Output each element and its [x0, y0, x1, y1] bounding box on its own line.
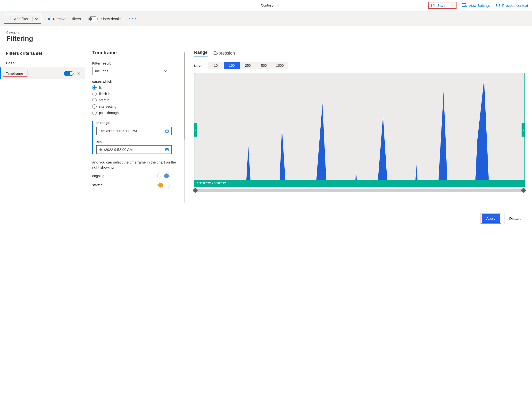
divider: [448, 3, 448, 8]
plus-icon: [8, 17, 12, 21]
process-context-button[interactable]: Process context: [496, 3, 528, 8]
remove-all-filters-button[interactable]: Remove all filters: [46, 16, 82, 22]
add-filter-dropdown[interactable]: [35, 17, 38, 21]
check-icon: ✓: [158, 174, 163, 178]
radio-label: start in: [99, 98, 109, 102]
show-details-toggle[interactable]: [88, 16, 98, 21]
radio-finish-in[interactable]: finish in: [92, 92, 179, 96]
process-context-label: Process context: [502, 3, 528, 8]
cube-icon: [496, 3, 500, 8]
more-actions-button[interactable]: • • •: [127, 17, 138, 21]
started-toggle[interactable]: ✕: [157, 182, 170, 188]
discard-button[interactable]: Discard: [505, 213, 526, 224]
and-label: and: [96, 139, 179, 143]
level-segmented: 101002505001000: [208, 62, 288, 69]
show-details-label: Show details: [101, 17, 121, 21]
toggle-knob: [164, 173, 169, 178]
tab-range[interactable]: Range: [194, 50, 208, 57]
calendar-icon: [165, 129, 169, 133]
config-title: Timeframe: [92, 50, 179, 56]
radio-label: finish in: [99, 92, 110, 96]
date-start-input[interactable]: 1/21/2022 11:29:00 PM: [96, 127, 172, 135]
chart-range-label: 1/21/2022 - 4/1/2022: [194, 180, 524, 187]
radio-fit-in[interactable]: fit in: [92, 85, 179, 90]
level-option-1000[interactable]: 1000: [272, 62, 288, 69]
radio-pass-through[interactable]: pass through: [92, 111, 179, 115]
close-icon: [47, 17, 51, 21]
svg-rect-2: [166, 130, 168, 132]
main-content: Filters criteria set Case Timeframe Time…: [0, 45, 532, 210]
started-label: started: [92, 183, 103, 187]
range-handle-right[interactable]: ◂: [522, 123, 525, 137]
show-details-toggle-group: Show details: [87, 16, 123, 22]
save-label: Save: [437, 3, 445, 8]
timeline-chart[interactable]: ▸ ◂ 1/21/2022 - 4/1/2022: [194, 73, 525, 187]
level-selector: Level 101002505001000: [194, 62, 525, 69]
filter-item-label: Timeframe: [3, 70, 27, 77]
scrollbar[interactable]: [184, 52, 185, 203]
category-label: Category: [6, 31, 526, 34]
radio-label: pass through: [99, 111, 119, 115]
filter-item-timeframe[interactable]: Timeframe: [0, 67, 85, 79]
filters-sidebar: Filters criteria set Case Timeframe: [0, 45, 85, 210]
ongoing-label: ongoing: [92, 174, 104, 178]
calendar-icon: [165, 148, 169, 152]
filter-group-label: Case: [0, 61, 85, 67]
chart-tabs: Range Expression: [194, 50, 525, 57]
level-option-10[interactable]: 10: [208, 62, 224, 69]
chart-area: [194, 73, 524, 187]
apply-button[interactable]: Apply: [482, 214, 500, 223]
add-filter-label: Add filter: [14, 17, 28, 21]
range-handle-left[interactable]: ▸: [194, 123, 197, 137]
helper-text: and you can select the timeframe in the …: [92, 160, 179, 170]
level-option-100[interactable]: 100: [224, 62, 240, 69]
chart-panel: Range Expression Level 101002505001000 ▸…: [187, 45, 532, 210]
view-settings-label: View Settings: [469, 3, 491, 8]
level-option-250[interactable]: 250: [240, 62, 256, 69]
apply-highlight: Apply: [481, 213, 501, 224]
sidebar-title: Filters criteria set: [0, 51, 85, 61]
radio-icon: [92, 92, 97, 96]
ongoing-toggle[interactable]: ✓: [157, 173, 170, 179]
view-settings-icon: [462, 3, 467, 8]
radio-icon: [92, 104, 97, 109]
tab-expression[interactable]: Expression: [213, 51, 235, 57]
add-filter-group: Add filter: [4, 14, 41, 24]
chart-wrapper: ▸ ◂ 1/21/2022 - 4/1/2022: [194, 73, 525, 192]
toggle-knob: [158, 183, 163, 188]
range-slider[interactable]: [194, 189, 525, 192]
filter-result-value: Includes: [95, 69, 108, 73]
date-end-input[interactable]: 4/1/2022 9:58:00 AM: [96, 145, 172, 154]
save-button[interactable]: Save: [431, 3, 445, 8]
page-title: Filtering: [6, 35, 526, 42]
radio-label: fit in: [99, 86, 105, 90]
view-settings-button[interactable]: View Settings: [462, 3, 491, 8]
ongoing-row: ongoing ✓: [92, 173, 170, 179]
remove-all-label: Remove all filters: [53, 17, 81, 21]
add-filter-button[interactable]: Add filter: [7, 16, 30, 22]
filter-toolbar: Add filter Remove all filters Show detai…: [0, 11, 532, 26]
filter-result-select[interactable]: Includes: [92, 67, 170, 75]
radio-start-in[interactable]: start in: [92, 98, 179, 102]
radio-intersecting[interactable]: intersecting: [92, 104, 179, 109]
divider: [32, 16, 33, 21]
filter-config-panel: Timeframe Filter result Includes cases w…: [85, 45, 187, 210]
chevron-down-icon: [164, 69, 167, 73]
save-icon: [431, 3, 435, 8]
save-button-group: Save: [428, 2, 456, 9]
in-range-label: in range: [96, 121, 179, 125]
filter-enabled-toggle[interactable]: [64, 71, 74, 76]
page-heading: Category Filtering: [0, 26, 532, 45]
level-option-500[interactable]: 500: [256, 62, 272, 69]
app-header: Contoso Save View Settings Process conte…: [0, 0, 532, 11]
remove-filter-button[interactable]: [77, 72, 81, 75]
level-label: Level: [194, 64, 203, 68]
save-dropdown-button[interactable]: [451, 4, 454, 7]
org-breadcrumb[interactable]: Contoso: [261, 3, 279, 7]
range-block: in range 1/21/2022 11:29:00 PM and 4/1/2…: [92, 121, 179, 154]
close-icon: ✕: [164, 183, 169, 187]
cases-which-label: cases which: [92, 80, 179, 83]
filter-result-label: Filter result: [92, 61, 179, 65]
svg-rect-3: [166, 148, 168, 151]
radio-icon: [92, 98, 97, 102]
